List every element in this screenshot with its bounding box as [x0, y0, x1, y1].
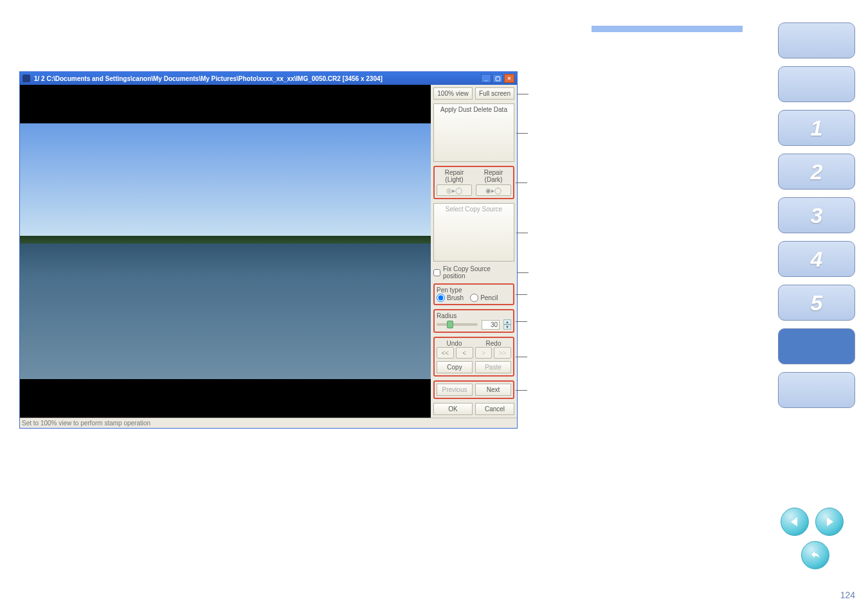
- status-bar: Set to 100% view to perform stamp operat…: [20, 418, 517, 428]
- nav-item-3[interactable]: 2: [778, 154, 855, 190]
- nav-item-5[interactable]: 4: [778, 241, 855, 277]
- view-100-button[interactable]: 100% view: [433, 87, 473, 100]
- nav-item-2[interactable]: 1: [778, 110, 855, 146]
- radius-value[interactable]: 30: [482, 320, 500, 330]
- fix-copy-source-label: Fix Copy Source position: [443, 265, 514, 280]
- history-clipboard-group: Undo Redo << < > >> Copy Paste: [433, 337, 514, 377]
- close-button[interactable]: ×: [504, 74, 514, 83]
- image-viewport[interactable]: [20, 85, 431, 418]
- repair-dark-button[interactable]: ◉▸◯: [476, 184, 511, 196]
- app-icon: [23, 75, 30, 82]
- spinner-down-icon[interactable]: ▼: [503, 324, 511, 330]
- nav-item-4[interactable]: 3: [778, 197, 855, 233]
- radius-slider-thumb[interactable]: [447, 321, 453, 328]
- repair-light-label: Repair (Light): [437, 169, 472, 183]
- nav-item-0[interactable]: [778, 22, 855, 58]
- spinner-up-icon[interactable]: ▲: [503, 319, 511, 324]
- triangle-left-icon: [788, 515, 801, 528]
- page-nav: [781, 508, 844, 536]
- triangle-right-icon: [823, 515, 836, 528]
- fix-copy-source-checkbox[interactable]: Fix Copy Source position: [433, 265, 514, 280]
- pen-brush-radio[interactable]: Brush: [437, 294, 464, 302]
- status-text: Set to 100% view to perform stamp operat…: [22, 420, 150, 427]
- select-copy-source-button[interactable]: Select Copy Source: [433, 203, 514, 262]
- radius-spinner[interactable]: ▲ ▼: [503, 319, 511, 330]
- pen-brush-label: Brush: [447, 294, 464, 301]
- repair-light-button[interactable]: ◎▸◯: [437, 184, 472, 196]
- nav-item-6[interactable]: 5: [778, 285, 855, 321]
- maximize-button[interactable]: ▢: [493, 74, 503, 83]
- pen-brush-input[interactable]: [437, 294, 445, 302]
- paste-button[interactable]: Paste: [475, 361, 511, 373]
- tool-panel: 100% view Full screen Apply Dust Delete …: [431, 85, 517, 418]
- undo-one-button[interactable]: <: [456, 347, 473, 359]
- titlebar: 1/ 2 C:\Documents and Settings\canon\My …: [20, 72, 517, 85]
- prev-next-group: Previous Next: [433, 380, 514, 399]
- fix-copy-source-input[interactable]: [433, 269, 440, 276]
- nav-item-1[interactable]: [778, 66, 855, 102]
- nav-item-8[interactable]: [778, 372, 855, 408]
- pen-pencil-radio[interactable]: Pencil: [470, 294, 498, 302]
- minimize-button[interactable]: _: [481, 74, 491, 83]
- apply-dust-delete-button[interactable]: Apply Dust Delete Data: [433, 103, 514, 162]
- window-title: 1/ 2 C:\Documents and Settings\canon\My …: [34, 75, 383, 82]
- next-page-button[interactable]: [815, 508, 844, 536]
- letterbox-bottom: [20, 379, 431, 418]
- undo-label: Undo: [437, 340, 472, 347]
- nav-item-7-current[interactable]: [778, 328, 855, 364]
- pen-type-group: Pen type Brush Pencil: [433, 283, 514, 305]
- ok-button[interactable]: OK: [433, 403, 473, 415]
- repair-dark-icon: ◉▸◯: [485, 187, 502, 194]
- return-arrow-icon: [809, 549, 822, 562]
- pen-pencil-input[interactable]: [470, 294, 478, 302]
- previous-button[interactable]: Previous: [437, 384, 473, 396]
- undo-all-button[interactable]: <<: [437, 347, 454, 359]
- repair-group: Repair (Light) Repair (Dark) ◎▸◯ ◉▸◯: [433, 166, 514, 199]
- full-screen-button[interactable]: Full screen: [475, 87, 514, 100]
- repair-dark-label: Repair (Dark): [476, 169, 511, 183]
- pen-pencil-label: Pencil: [480, 294, 498, 301]
- app-window: 1/ 2 C:\Documents and Settings\canon\My …: [19, 71, 518, 429]
- side-nav: 1 2 3 4 5: [778, 22, 855, 408]
- cancel-button[interactable]: Cancel: [475, 403, 514, 415]
- radius-label: Radius: [437, 312, 511, 319]
- redo-all-button[interactable]: >>: [494, 347, 511, 359]
- pen-type-label: Pen type: [437, 287, 511, 294]
- photo-preview[interactable]: [20, 123, 431, 379]
- radius-slider[interactable]: [437, 323, 478, 326]
- copy-button[interactable]: Copy: [437, 361, 473, 373]
- redo-label: Redo: [476, 340, 511, 347]
- window-controls: _ ▢ ×: [481, 74, 514, 83]
- radius-group: Radius 30 ▲ ▼: [433, 309, 514, 333]
- prev-page-button[interactable]: [781, 508, 809, 536]
- page-header-rule: [592, 26, 743, 32]
- return-button[interactable]: [801, 541, 829, 569]
- next-button[interactable]: Next: [475, 384, 511, 396]
- repair-light-icon: ◎▸◯: [446, 187, 462, 194]
- redo-one-button[interactable]: >: [475, 347, 493, 359]
- letterbox-top: [20, 85, 431, 123]
- page-number: 124: [840, 590, 855, 600]
